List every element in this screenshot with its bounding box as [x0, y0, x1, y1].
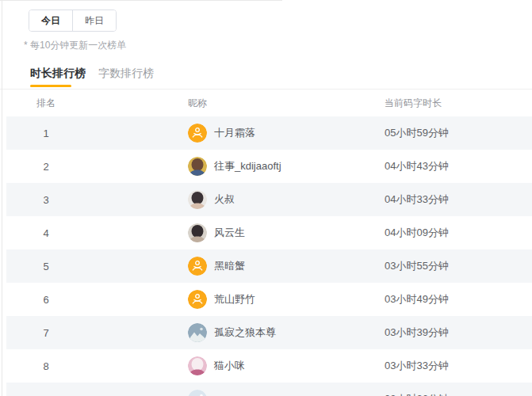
table-row: 7 孤寂之狼本尊 03小时39分钟 — [6, 316, 532, 349]
top-border-line — [0, 0, 282, 1]
date-filter-toolbar: 今日 昨日 — [0, 0, 532, 32]
duration-cell: 03小时26分钟 — [385, 392, 532, 396]
table-row: 1 十月霜落 05小时59分钟 — [6, 116, 532, 150]
nickname-cell: lll_4wnsg9qe23 — [86, 390, 385, 396]
nickname-cell: 孤寂之狼本尊 — [86, 323, 385, 342]
yesterday-button[interactable]: 昨日 — [73, 10, 116, 31]
table-header-row: 排名 昵称 当前码字时长 — [6, 89, 532, 116]
rank-cell: 6 — [6, 294, 86, 306]
nickname[interactable]: lll_4wnsg9qe23 — [214, 394, 285, 396]
nickname[interactable]: 往事_kdijaaoftj — [214, 159, 281, 173]
tab-duration-ranking[interactable]: 时长排行榜 — [30, 62, 86, 89]
duration-cell: 04小时09分钟 — [385, 226, 532, 240]
writer-avatar-icon[interactable] — [188, 124, 207, 143]
table-body: 1 十月霜落 05小时59分钟 2 往事_kdijaaoftj 04小时43分钟… — [0, 116, 532, 396]
avatar[interactable] — [188, 390, 207, 396]
column-header-duration: 当前码字时长 — [385, 97, 532, 110]
nickname-cell: 十月霜落 — [86, 124, 385, 143]
date-filter-group: 今日 昨日 — [29, 10, 117, 32]
nickname[interactable]: 风云生 — [214, 226, 245, 240]
update-note: * 每10分钟更新一次榜单 — [24, 39, 532, 52]
nickname[interactable]: 黑暗蟹 — [214, 259, 245, 273]
nickname-cell: 荒山野竹 — [86, 290, 385, 309]
rank-cell: 3 — [6, 194, 86, 206]
duration-cell: 05小时59分钟 — [385, 126, 532, 140]
leaderboard-panel: 今日 昨日 * 每10分钟更新一次榜单 时长排行榜 字数排行榜 排名 昵称 当前… — [0, 0, 532, 396]
duration-cell: 03小时33分钟 — [385, 359, 532, 373]
rank-cell: 1 — [6, 128, 86, 139]
writer-avatar-icon[interactable] — [188, 290, 207, 309]
tab-wordcount-label: 字数排行榜 — [98, 67, 154, 79]
avatar[interactable] — [188, 323, 207, 342]
rank-cell: 5 — [6, 261, 86, 272]
nickname[interactable]: 十月霜落 — [214, 126, 255, 140]
table-row: 3 火叔 04小时33分钟 — [6, 183, 532, 216]
rank-cell: 7 — [6, 327, 86, 339]
nickname-cell: 黑暗蟹 — [86, 257, 385, 276]
nickname[interactable]: 火叔 — [214, 192, 235, 207]
nickname-cell: 往事_kdijaaoftj — [86, 157, 385, 176]
table-row: 9 lll_4wnsg9qe23 03小时26分钟 — [6, 383, 532, 396]
table-row: 6 荒山野竹 03小时49分钟 — [6, 283, 532, 316]
left-border-line — [2, 0, 2, 396]
duration-cell: 03小时55分钟 — [385, 259, 532, 273]
column-header-nickname: 昵称 — [86, 97, 385, 110]
tab-wordcount-ranking[interactable]: 字数排行榜 — [98, 62, 154, 89]
nickname[interactable]: 孤寂之狼本尊 — [214, 326, 276, 340]
writer-avatar-icon[interactable] — [188, 257, 207, 276]
duration-cell: 04小时43分钟 — [385, 159, 532, 173]
nickname-cell: 猫小咪 — [86, 356, 385, 375]
tab-duration-label: 时长排行榜 — [30, 67, 86, 79]
avatar[interactable] — [188, 356, 207, 375]
active-tab-indicator — [30, 85, 71, 87]
table-row: 2 往事_kdijaaoftj 04小时43分钟 — [6, 150, 532, 183]
rank-cell: 4 — [6, 227, 86, 239]
duration-cell: 04小时33分钟 — [385, 192, 532, 207]
rank-cell: 8 — [6, 360, 86, 372]
table-row: 8 猫小咪 03小时33分钟 — [6, 349, 532, 383]
nickname[interactable]: 猫小咪 — [214, 359, 245, 373]
duration-cell: 03小时39分钟 — [385, 326, 532, 340]
today-button[interactable]: 今日 — [29, 10, 73, 31]
duration-cell: 03小时49分钟 — [385, 292, 532, 307]
rank-cell: 2 — [6, 161, 86, 173]
column-header-rank: 排名 — [6, 97, 86, 110]
nickname[interactable]: 荒山野竹 — [214, 292, 255, 307]
nickname-cell: 风云生 — [86, 223, 385, 242]
table-row: 5 黑暗蟹 03小时55分钟 — [6, 249, 532, 283]
avatar[interactable] — [188, 190, 207, 209]
avatar[interactable] — [188, 223, 207, 242]
ranking-tabs: 时长排行榜 字数排行榜 — [0, 62, 532, 89]
rank-cell: 9 — [6, 394, 86, 396]
nickname-cell: 火叔 — [86, 190, 385, 209]
table-row: 4 风云生 04小时09分钟 — [6, 216, 532, 249]
avatar[interactable] — [188, 157, 207, 176]
